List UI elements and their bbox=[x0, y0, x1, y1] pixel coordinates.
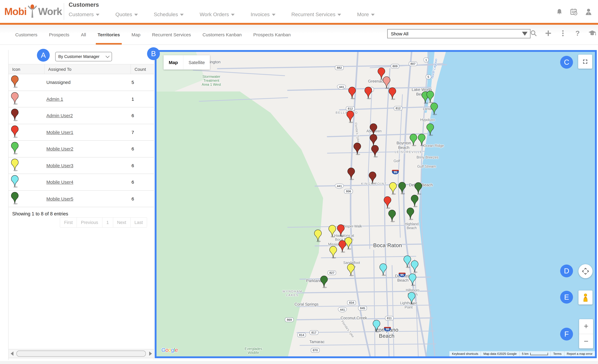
menu-invoices[interactable]: Invoices bbox=[251, 12, 275, 18]
map-pin-darkgreen[interactable] bbox=[406, 207, 415, 220]
search-icon[interactable] bbox=[530, 29, 538, 37]
scrollbar-thumb[interactable] bbox=[17, 351, 146, 357]
show-all-filter-select[interactable]: Show All bbox=[387, 29, 531, 38]
pagination-first[interactable]: First bbox=[60, 217, 77, 228]
tab-territories[interactable]: Territories bbox=[98, 25, 120, 45]
scroll-right-arrow[interactable] bbox=[147, 349, 154, 358]
map-pin-yellow[interactable] bbox=[347, 263, 355, 276]
mobiwork-logo[interactable]: Mobi Work bbox=[4, 2, 62, 21]
map-pin-red[interactable] bbox=[383, 196, 392, 209]
more-options-icon[interactable] bbox=[559, 29, 567, 37]
row-count: 5 bbox=[129, 80, 154, 85]
pagination-next[interactable]: Next bbox=[113, 217, 131, 228]
map-pin-darkgreen[interactable] bbox=[388, 209, 396, 223]
map-pin-darkgreen[interactable] bbox=[414, 182, 423, 195]
map-pin-green[interactable] bbox=[426, 90, 434, 103]
tab-prospects[interactable]: Prospects bbox=[49, 25, 69, 45]
tab-prospects-kanban[interactable]: Prospects Kanban bbox=[253, 25, 291, 45]
map-pin-cyan[interactable] bbox=[373, 320, 381, 333]
assigned-to-link[interactable]: Mobile User3 bbox=[46, 163, 73, 168]
map-pin-green[interactable] bbox=[418, 133, 426, 147]
group-by-select[interactable]: By Customer Manager bbox=[55, 52, 112, 61]
menu-label: Invoices bbox=[251, 12, 270, 18]
assigned-to-link[interactable]: Admin User2 bbox=[46, 113, 73, 118]
add-icon[interactable] bbox=[544, 29, 552, 37]
pagination-last[interactable]: Last bbox=[130, 217, 147, 228]
map-type-satellite-button[interactable]: Satellite bbox=[183, 55, 210, 70]
map-pin-cyan[interactable] bbox=[403, 255, 411, 268]
menu-schedules[interactable]: Schedules bbox=[154, 12, 184, 18]
darkred-pin-icon bbox=[11, 108, 19, 123]
map-pin-red[interactable] bbox=[338, 240, 347, 253]
map-pin-darkred[interactable] bbox=[371, 145, 379, 158]
map-pin-red[interactable] bbox=[346, 110, 354, 123]
map-pin-cyan[interactable] bbox=[411, 260, 419, 273]
calendar-clock-icon[interactable] bbox=[570, 8, 578, 16]
row-assigned-to: Admin User2 bbox=[46, 113, 129, 118]
map-pin-green[interactable] bbox=[430, 102, 438, 115]
logo-person-icon bbox=[27, 4, 38, 19]
map-type-map-button[interactable]: Map bbox=[164, 55, 183, 70]
map-pin-darkred[interactable] bbox=[369, 171, 377, 184]
scroll-left-arrow[interactable] bbox=[8, 349, 15, 358]
pan-control-button[interactable] bbox=[579, 264, 592, 278]
map-pin-red[interactable] bbox=[388, 87, 397, 100]
fullscreen-button[interactable] bbox=[578, 55, 592, 69]
map-pin-yellow[interactable] bbox=[314, 229, 322, 242]
menu-quotes[interactable]: Quotes bbox=[115, 12, 138, 18]
map-pin-darkgreen[interactable] bbox=[398, 182, 406, 195]
map-pin-green[interactable] bbox=[426, 123, 434, 136]
zoom-in-button[interactable]: + bbox=[579, 319, 593, 334]
table-row: Unassigned5 bbox=[8, 74, 154, 91]
map-pin-yellow[interactable] bbox=[328, 224, 336, 238]
google-logo[interactable]: Google bbox=[161, 347, 178, 353]
map-pin-cyan[interactable] bbox=[408, 273, 417, 286]
tab-map[interactable]: Map bbox=[132, 25, 140, 45]
tab-all[interactable]: All bbox=[81, 25, 86, 45]
horizontal-scrollbar[interactable] bbox=[8, 349, 154, 358]
table-row: Mobile User56 bbox=[8, 190, 154, 207]
assigned-to-link[interactable]: Mobile User4 bbox=[46, 180, 73, 185]
row-pin-cell bbox=[8, 92, 46, 106]
tab-recurrent-services[interactable]: Recurrent Services bbox=[152, 25, 191, 45]
menu-recurrent-services[interactable]: Recurrent Services bbox=[291, 12, 341, 18]
filter-selected-value: Show All bbox=[391, 31, 408, 36]
tab-customers[interactable]: Customers bbox=[15, 25, 37, 45]
user-profile-icon[interactable] bbox=[585, 8, 592, 16]
tab-customers-kanban[interactable]: Customers Kanban bbox=[202, 25, 242, 45]
assigned-to-link[interactable]: Admin 1 bbox=[46, 96, 63, 102]
annotation-badge-f: F bbox=[560, 328, 573, 340]
assigned-to-link[interactable]: Mobile User2 bbox=[46, 146, 73, 151]
help-icon[interactable]: ? bbox=[573, 29, 581, 37]
map-pin-red[interactable] bbox=[348, 86, 356, 99]
terms-link[interactable]: Terms bbox=[551, 351, 564, 356]
map-pin-yellow[interactable] bbox=[329, 246, 337, 259]
google-map[interactable]: WellingtonStormwater Treatment Area 1 We… bbox=[155, 50, 597, 358]
pagination-previous[interactable]: Previous bbox=[77, 217, 102, 228]
assigned-to-link[interactable]: Mobile User5 bbox=[46, 196, 73, 201]
map-pin-green[interactable] bbox=[409, 133, 417, 147]
menu-more[interactable]: More bbox=[357, 12, 375, 18]
zoom-out-button[interactable]: − bbox=[579, 334, 593, 348]
training-icon[interactable] bbox=[588, 29, 596, 37]
assigned-to-link[interactable]: Mobile User1 bbox=[46, 130, 73, 135]
map-pin-darkgreen[interactable] bbox=[320, 275, 328, 289]
notifications-bell-icon[interactable] bbox=[555, 8, 563, 16]
menu-work-orders[interactable]: Work Orders bbox=[200, 12, 235, 18]
report-map-error-link[interactable]: Report a map error bbox=[564, 351, 595, 356]
pagination-1[interactable]: 1 bbox=[102, 217, 113, 228]
map-pin-darkgreen[interactable] bbox=[411, 194, 419, 207]
map-pin-cyan[interactable] bbox=[408, 292, 416, 305]
row-pin-cell bbox=[8, 142, 46, 156]
chevron-down-icon bbox=[96, 14, 100, 16]
menu-customers[interactable]: Customers bbox=[69, 12, 100, 18]
menu-label: Schedules bbox=[154, 12, 178, 18]
map-pin-cyan[interactable] bbox=[379, 263, 387, 276]
street-view-pegman-button[interactable] bbox=[579, 290, 592, 305]
map-pin-yellow[interactable] bbox=[389, 182, 397, 195]
map-pin-red[interactable] bbox=[364, 86, 372, 99]
map-pin-red[interactable] bbox=[337, 224, 345, 237]
keyboard-shortcuts-link[interactable]: Keyboard shortcuts bbox=[449, 351, 481, 356]
map-pin-darkred[interactable] bbox=[347, 167, 355, 181]
map-pin-darkred[interactable] bbox=[353, 142, 361, 156]
